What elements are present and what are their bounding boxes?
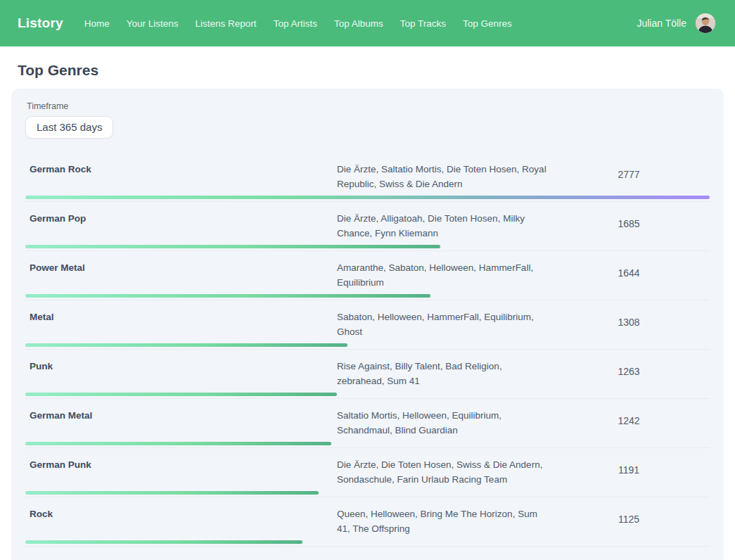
app-header: Listory HomeYour ListensListens ReportTo…	[0, 0, 735, 46]
genre-row: Medieval Rock Saltatio Mortis, Feuerschw…	[25, 546, 710, 560]
top-genres-card: Timeframe Last 365 days German Rock Die …	[11, 89, 724, 560]
genre-name: German Metal	[25, 404, 337, 438]
genre-artists: Die Ärzte, Die Toten Hosen, Swiss & Die …	[337, 453, 548, 487]
genre-artists: Die Ärzte, Alligatoah, Die Toten Hosen, …	[337, 207, 548, 241]
genre-row: Power Metal Amaranthe, Sabaton, Hellowee…	[25, 250, 710, 300]
genre-row: German Punk Die Ärzte, Die Toten Hosen, …	[25, 447, 710, 497]
genre-table: German Rock Die Ärzte, Saltatio Mortis, …	[25, 153, 710, 560]
main-content: Top Genres Timeframe Last 365 days Germa…	[0, 62, 735, 560]
genre-artists: Rise Against, Billy Talent, Bad Religion…	[337, 355, 548, 388]
genre-name: German Rock	[25, 158, 337, 191]
genre-artists: Saltatio Mortis, Helloween, Equilibrium,…	[337, 404, 548, 438]
genre-artists: Amaranthe, Sabaton, Helloween, HammerFal…	[337, 256, 548, 290]
nav-item-listens-report[interactable]: Listens Report	[196, 18, 257, 29]
genre-bar	[25, 343, 347, 347]
genre-artists: Die Ärzte, Saltatio Mortis, Die Toten Ho…	[337, 158, 548, 191]
genre-count: 1123	[548, 552, 710, 560]
genre-count: 1308	[548, 305, 710, 339]
genre-row: Rock Queen, Helloween, Bring Me The Hori…	[25, 497, 710, 546]
user-name: Julian Tölle	[637, 18, 686, 29]
genre-count: 2777	[548, 158, 710, 191]
genre-bar	[25, 442, 331, 445]
user-avatar[interactable]	[696, 13, 715, 33]
genre-bar	[25, 294, 430, 298]
timeframe-dropdown[interactable]: Last 365 days	[25, 116, 113, 139]
nav-item-top-genres[interactable]: Top Genres	[463, 18, 512, 29]
genre-row: German Rock Die Ärzte, Saltatio Mortis, …	[25, 153, 710, 201]
genre-name: Rock	[25, 502, 337, 536]
genre-bar	[25, 540, 302, 544]
genre-name: Punk	[25, 355, 337, 388]
genre-name: Power Metal	[25, 256, 337, 290]
genre-name: German Pop	[25, 207, 337, 241]
genre-count: 1242	[548, 404, 710, 438]
genre-artists: Sabaton, Helloween, HammerFall, Equilibr…	[337, 305, 548, 339]
genre-name: Medieval Rock	[25, 552, 337, 560]
genre-artists: Saltatio Mortis, Feuerschwanz, Schandmau…	[337, 552, 548, 560]
genre-count: 1263	[548, 355, 710, 388]
genre-row: Metal Sabaton, Helloween, HammerFall, Eq…	[25, 300, 710, 349]
nav-item-top-artists[interactable]: Top Artists	[274, 18, 317, 29]
genre-count: 1685	[548, 207, 710, 241]
genre-bar	[25, 245, 440, 248]
genre-bar	[25, 196, 710, 199]
genre-row: German Pop Die Ärzte, Alligatoah, Die To…	[25, 201, 710, 250]
nav-item-top-albums[interactable]: Top Albums	[334, 18, 383, 29]
genre-name: German Punk	[25, 453, 337, 487]
genre-count: 1125	[548, 502, 710, 536]
page-title: Top Genres	[18, 62, 735, 79]
main-nav: HomeYour ListensListens ReportTop Artist…	[84, 18, 512, 29]
nav-item-home[interactable]: Home	[84, 18, 110, 29]
user-photo-icon	[696, 13, 715, 33]
genre-bar	[25, 491, 319, 495]
genre-count: 1644	[548, 256, 710, 290]
genre-name: Metal	[25, 305, 337, 339]
nav-item-your-listens[interactable]: Your Listens	[127, 18, 179, 29]
nav-item-top-tracks[interactable]: Top Tracks	[400, 18, 446, 29]
genre-row: Punk Rise Against, Billy Talent, Bad Rel…	[25, 349, 710, 398]
genre-bar	[25, 393, 337, 396]
genre-count: 1191	[548, 453, 710, 487]
app-logo[interactable]: Listory	[18, 15, 63, 31]
timeframe-label: Timeframe	[27, 101, 710, 111]
genre-artists: Queen, Helloween, Bring Me The Horizon, …	[337, 502, 548, 536]
genre-row: German Metal Saltatio Mortis, Helloween,…	[25, 398, 710, 447]
